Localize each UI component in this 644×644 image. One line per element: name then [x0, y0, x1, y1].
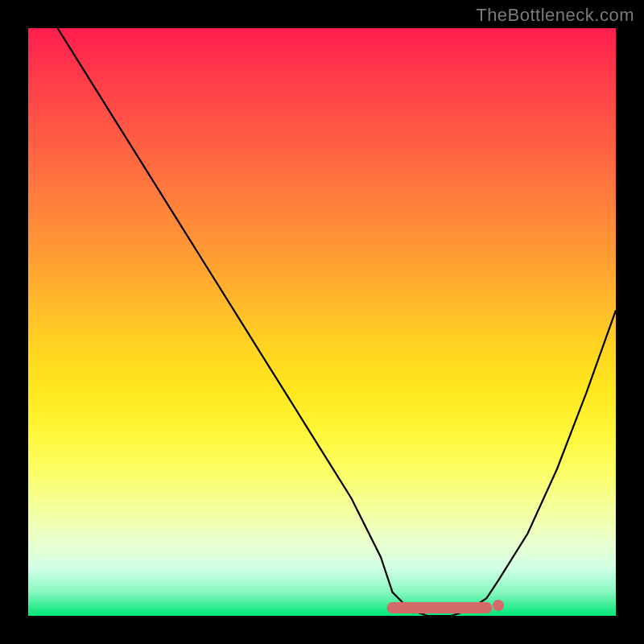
chart-stage: TheBottleneck.com — [0, 0, 644, 644]
curve-layer — [28, 28, 616, 616]
watermark-text: TheBottleneck.com — [476, 5, 634, 26]
bottleneck-curve — [58, 28, 617, 616]
plot-area — [28, 28, 616, 616]
optimal-marker-dot — [493, 600, 504, 611]
